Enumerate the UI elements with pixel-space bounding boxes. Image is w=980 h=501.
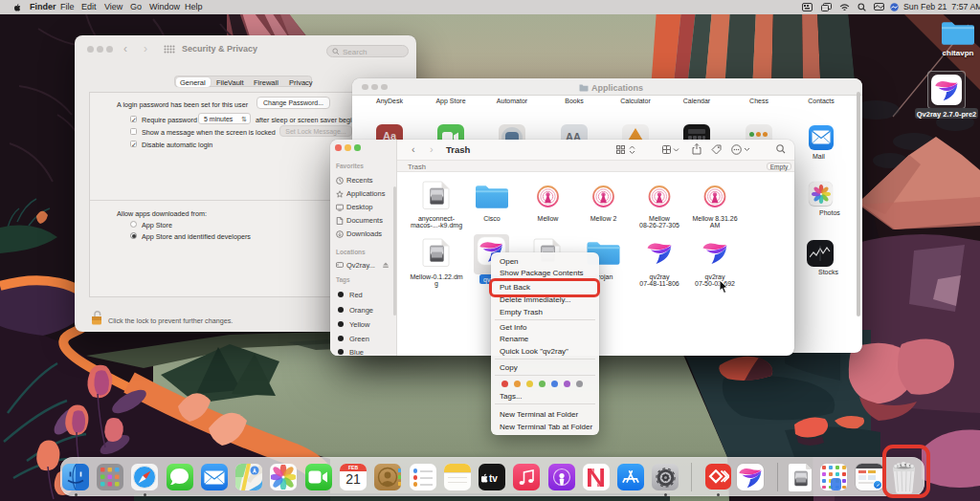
- svg-text:tv: tv: [489, 473, 498, 483]
